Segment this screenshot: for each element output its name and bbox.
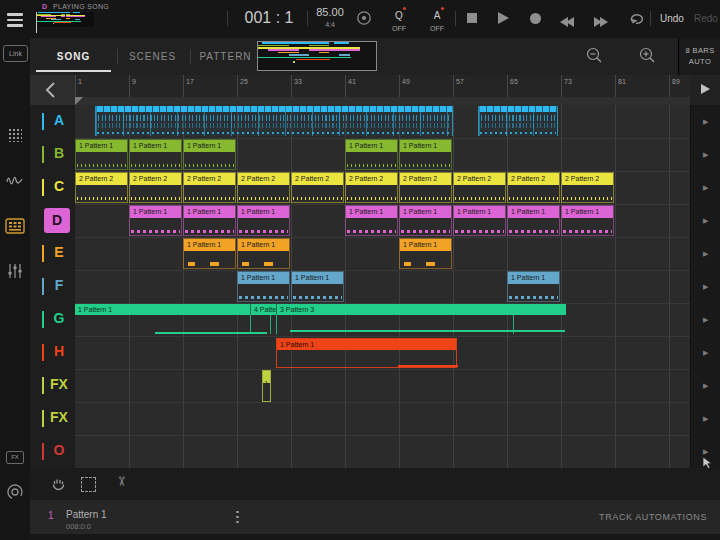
pads-grid-icon[interactable]: [8, 128, 22, 142]
row-play-button[interactable]: ▶: [703, 151, 708, 159]
tempo-display[interactable]: 85.00: [311, 6, 349, 18]
position-display[interactable]: 001 : 1: [231, 9, 307, 27]
grid-canvas[interactable]: [75, 105, 690, 468]
thumbnail-clip: [339, 54, 349, 56]
row-play-button[interactable]: ▶: [703, 316, 708, 324]
auto-label: AUTO: [679, 57, 720, 66]
track-letter: H: [46, 343, 72, 359]
loop-icon[interactable]: [628, 11, 646, 26]
arrangement-thumbnail[interactable]: [257, 41, 377, 71]
ruler-bar-label: 57: [456, 78, 464, 85]
grab-tool-icon[interactable]: [50, 476, 67, 493]
undo-button[interactable]: Undo: [660, 13, 684, 24]
divider: [307, 11, 308, 26]
row-play-button[interactable]: ▶: [703, 184, 708, 192]
quantize-button[interactable]: Q OFF: [389, 5, 409, 33]
track-label-g-6[interactable]: G: [30, 303, 75, 336]
marker-strip[interactable]: [75, 97, 690, 105]
playhead-marker[interactable]: [75, 97, 83, 105]
thumbnail-clip: [329, 47, 339, 49]
track-letter: G: [46, 310, 72, 326]
divider: [650, 11, 651, 26]
row-play-button[interactable]: ▶: [703, 217, 708, 225]
tab-scenes[interactable]: SCENES: [125, 51, 180, 62]
forward-button[interactable]: [594, 13, 608, 31]
stop-button[interactable]: [467, 13, 477, 23]
thumbnail-clip: [258, 47, 268, 49]
song-key: D: [42, 3, 47, 10]
track-color-strip: [42, 443, 44, 460]
thumbnail-clip: [262, 42, 330, 44]
view-tabs-bar: SONG SCENES PATTERN 8 BARS AUTO: [30, 38, 720, 75]
metronome-icon[interactable]: [356, 10, 372, 26]
thumbnail-clip: [278, 52, 288, 54]
link-button[interactable]: Link: [3, 45, 28, 62]
pattern-menu-icon[interactable]: [236, 508, 239, 526]
track-label-c-2[interactable]: C: [30, 171, 75, 204]
track-color-strip: [42, 146, 44, 163]
rewind-button[interactable]: [560, 13, 574, 31]
bars-per-screen-button[interactable]: 8 BARS AUTO: [678, 38, 720, 75]
thumbnail-clip: [339, 49, 349, 51]
track-label-a-0[interactable]: A: [30, 105, 75, 138]
track-color-strip: [42, 179, 44, 196]
timeline-ruler[interactable]: 1917253341495765738189: [30, 75, 720, 105]
row-play-button[interactable]: ▶: [703, 118, 708, 126]
track-label-f-5[interactable]: F: [30, 270, 75, 303]
autosync-button[interactable]: A OFF: [427, 5, 447, 33]
pattern-name[interactable]: Pattern 1: [66, 509, 107, 520]
zoom-out-icon[interactable]: [585, 46, 605, 66]
tab-song[interactable]: SONG: [36, 51, 111, 62]
track-letter: FX: [46, 376, 72, 392]
song-sequencer-icon[interactable]: [5, 218, 25, 234]
row-play-button[interactable]: ▶: [703, 382, 708, 390]
row-play-button[interactable]: ▶: [703, 283, 708, 291]
ruler-bar-label: 65: [510, 78, 518, 85]
track-label-o-10[interactable]: O: [30, 435, 75, 468]
thumbnail-clip: [268, 49, 278, 51]
marquee-select-icon[interactable]: [81, 477, 96, 492]
track-color-strip: [42, 377, 44, 394]
thumbnail-clip: [73, 12, 80, 13]
tab-pattern[interactable]: PATTERN: [198, 51, 253, 62]
row-play-button[interactable]: ▶: [703, 448, 708, 456]
thumbnail-clip: [53, 23, 54, 24]
track-automations-button[interactable]: TRACK AUTOMATIONS: [599, 512, 707, 522]
song-play-button[interactable]: [690, 75, 720, 105]
row-play-button[interactable]: ▶: [703, 349, 708, 357]
play-button[interactable]: [498, 12, 509, 24]
track-color-strip: [42, 113, 44, 130]
ruler-bar-label: 73: [564, 78, 572, 85]
track-letter: C: [46, 178, 72, 194]
zoom-in-icon[interactable]: [638, 46, 658, 66]
fx-icon[interactable]: FX: [6, 451, 24, 464]
record-button[interactable]: [530, 13, 541, 24]
scissors-icon[interactable]: ✂: [114, 476, 129, 487]
ruler-bar-label: 17: [186, 78, 194, 85]
row-play-button[interactable]: ▶: [703, 250, 708, 258]
time-signature[interactable]: 4:4: [311, 21, 349, 28]
pattern-index: 1: [48, 510, 54, 521]
knob-icon[interactable]: [6, 483, 24, 501]
ruler-bar-label: 1: [78, 78, 82, 85]
redo-button[interactable]: Redo: [694, 13, 718, 24]
track-label-h-7[interactable]: H: [30, 336, 75, 369]
menu-icon[interactable]: [7, 10, 23, 30]
thumbnail-clip: [278, 49, 288, 51]
autosync-letter: A: [434, 10, 441, 21]
thumbnail-clip: [319, 52, 329, 54]
scroll-left-button[interactable]: [30, 75, 75, 105]
song-thumbnail[interactable]: [36, 12, 94, 27]
track-label-b-1[interactable]: B: [30, 138, 75, 171]
track-label-d-3[interactable]: D: [30, 204, 75, 237]
mixer-icon[interactable]: [6, 263, 24, 279]
thumbnail-clip: [268, 47, 278, 49]
thumbnail-playhead: [36, 12, 37, 33]
track-label-e-4[interactable]: E: [30, 237, 75, 270]
track-label-fx-8[interactable]: FX: [30, 369, 75, 402]
row-play-button[interactable]: ▶: [703, 415, 708, 423]
thumbnail-clip: [289, 47, 299, 49]
track-color-strip: [42, 410, 44, 427]
waveform-icon[interactable]: [6, 173, 24, 187]
track-label-fx-9[interactable]: FX: [30, 402, 75, 435]
